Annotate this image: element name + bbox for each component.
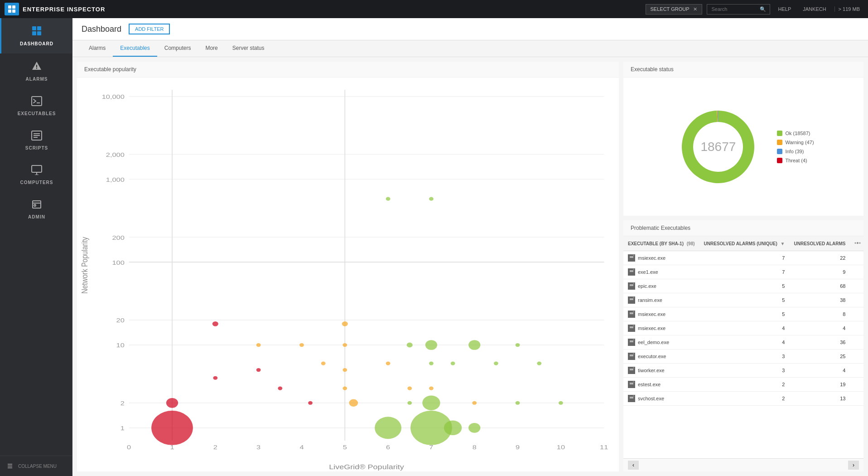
sidebar-item-scripts[interactable]: SCRIPTS (0, 123, 72, 158)
exec-name-cell: executor.exe (623, 350, 699, 364)
col-settings[interactable] (850, 236, 863, 251)
right-panel: Executable status 18677 Ok (18587) (623, 57, 868, 476)
svg-point-99 (859, 243, 861, 244)
col-executable[interactable]: EXECUTABLE (BY SHA-1) (98) (623, 236, 699, 251)
user-menu[interactable]: JANKECH (799, 6, 829, 12)
tab-alarms[interactable]: Alarms (82, 40, 113, 57)
exec-table-body: msiexec.exe 7 22 exe1.exe 7 9 epic.exe (623, 251, 863, 406)
tab-computers[interactable]: Computers (157, 40, 198, 57)
search-box[interactable]: 🔍 (707, 4, 770, 15)
prob-table[interactable]: EXECUTABLE (BY SHA-1) (98) UNRESOLVED AL… (623, 236, 863, 458)
unique-alarms-cell: 7 (699, 265, 790, 279)
svg-rect-24 (8, 467, 12, 468)
app-logo: ENTERPRISE INSPECTOR (5, 3, 105, 15)
svg-rect-8 (36, 65, 37, 68)
exec-file-icon (628, 254, 635, 262)
col-unresolved-unique[interactable]: UNRESOLVED ALARMS (UNIQUE) ▼ (699, 236, 790, 251)
table-row[interactable]: exe1.exe 7 9 (623, 265, 863, 279)
search-input[interactable] (712, 6, 757, 12)
svg-text:6: 6 (386, 443, 390, 450)
left-panel: Executable popularity 1210201002001,0002… (72, 57, 623, 476)
prob-title: Problematic Executables (623, 220, 863, 236)
legend-label-threat: Threat (4) (785, 158, 807, 163)
svg-point-69 (342, 343, 347, 347)
exec-name-cell: msiexec.exe (623, 251, 699, 265)
sidebar-label-executables: EXECUTABLES (18, 111, 56, 116)
sidebar: DASHBOARD ALARMS EXECUTABLES SCRIPTS COM… (0, 18, 72, 476)
status-panel: Executable status 18677 Ok (18587) (623, 62, 863, 216)
svg-point-96 (429, 197, 434, 201)
total-alarms-cell: 22 (789, 251, 850, 265)
collapse-menu-button[interactable]: COLLAPSE MENU (0, 456, 72, 476)
close-icon[interactable]: ✕ (693, 6, 697, 12)
logout-button[interactable]: > 119 MB (834, 6, 863, 12)
table-row[interactable]: msiexec.exe 5 8 (623, 307, 863, 321)
add-filter-button[interactable]: ADD FILTER (129, 24, 170, 34)
select-group-button[interactable]: SELECT GROUP ✕ (646, 4, 702, 15)
content-area: Dashboard ADD FILTER Alarms Executables … (72, 18, 868, 476)
col-unresolved[interactable]: UNRESOLVED ALARMS (789, 236, 850, 251)
svg-point-73 (342, 387, 347, 390)
exec-name-cell: ransim.exe (623, 293, 699, 307)
search-icon: 🔍 (760, 6, 766, 12)
svg-point-97 (857, 242, 858, 244)
svg-text:2,000: 2,000 (106, 151, 125, 158)
svg-rect-0 (8, 5, 11, 9)
table-row[interactable]: epic.exe 5 68 (623, 279, 863, 293)
sidebar-item-alarms[interactable]: ALARMS (0, 53, 72, 89)
executables-table: EXECUTABLE (BY SHA-1) (98) UNRESOLVED AL… (623, 236, 863, 406)
sidebar-item-dashboard[interactable]: DASHBOARD (0, 18, 72, 53)
table-row[interactable]: msiexec.exe 4 4 (623, 321, 863, 335)
dashboard-header: Dashboard ADD FILTER (72, 18, 868, 40)
problematic-executables-panel: Problematic Executables EXECUTABLE (BY S… (623, 220, 863, 471)
exec-file-icon (628, 367, 635, 374)
exec-file-icon (628, 311, 635, 318)
legend-dot-threat (777, 158, 782, 163)
scroll-right-button[interactable]: › (848, 461, 859, 470)
svg-point-76 (407, 387, 412, 390)
status-title: Executable status (623, 62, 863, 78)
chart-title: Executable popularity (77, 62, 619, 78)
table-row[interactable]: msiexec.exe 7 22 (623, 251, 863, 265)
svg-point-68 (299, 343, 304, 347)
svg-point-64 (256, 368, 261, 372)
table-row[interactable]: ransim.exe 5 38 (623, 293, 863, 307)
exec-file-icon (628, 395, 635, 402)
svg-rect-23 (8, 466, 12, 466)
exec-name-cell: msiexec.exe (623, 321, 699, 335)
logo-icon (5, 3, 19, 15)
sidebar-item-admin[interactable]: ADMIN (0, 192, 72, 227)
svg-point-65 (278, 387, 282, 390)
svg-point-72 (342, 368, 347, 372)
tab-executables[interactable]: Executables (113, 40, 157, 57)
computers-icon (31, 165, 42, 177)
svg-point-21 (34, 204, 36, 206)
topbar: ENTERPRISE INSPECTOR SELECT GROUP ✕ 🔍 HE… (0, 0, 868, 18)
dashboard-title: Dashboard (82, 24, 121, 34)
sidebar-item-executables[interactable]: EXECUTABLES (0, 89, 72, 123)
svg-point-67 (256, 343, 261, 347)
tab-server-status[interactable]: Server status (225, 40, 272, 57)
svg-text:2: 2 (121, 400, 125, 407)
dashboard-panels: Executable popularity 1210201002001,0002… (72, 57, 868, 476)
legend-label-info: Info (39) (785, 149, 804, 154)
total-alarms-cell: 9 (789, 265, 850, 279)
svg-rect-3 (12, 10, 15, 13)
table-row[interactable]: eel_demo.exe 4 36 (623, 335, 863, 350)
scroll-left-button[interactable]: ‹ (628, 461, 639, 470)
table-row[interactable]: executor.exe 3 25 (623, 350, 863, 364)
table-row[interactable]: tiworker.exe 3 4 (623, 364, 863, 378)
sidebar-item-computers[interactable]: COMPUTERS (0, 158, 72, 192)
tab-more[interactable]: More (198, 40, 225, 57)
exec-file-icon (628, 339, 635, 346)
svg-point-86 (444, 421, 462, 436)
svg-point-84 (429, 361, 434, 365)
scatter-area: 1210201002001,0002,00010,000012345678910… (77, 78, 619, 471)
help-button[interactable]: HELP (775, 6, 795, 12)
svg-text:LiveGrid® Popularity: LiveGrid® Popularity (329, 463, 404, 471)
table-row[interactable]: estest.exe 2 19 (623, 378, 863, 392)
table-row[interactable]: svchost.exe 2 13 (623, 392, 863, 406)
status-content: 18677 Ok (18587) Warning (47) (623, 78, 863, 216)
legend-dot-warning (777, 140, 782, 145)
svg-text:11: 11 (600, 443, 608, 450)
